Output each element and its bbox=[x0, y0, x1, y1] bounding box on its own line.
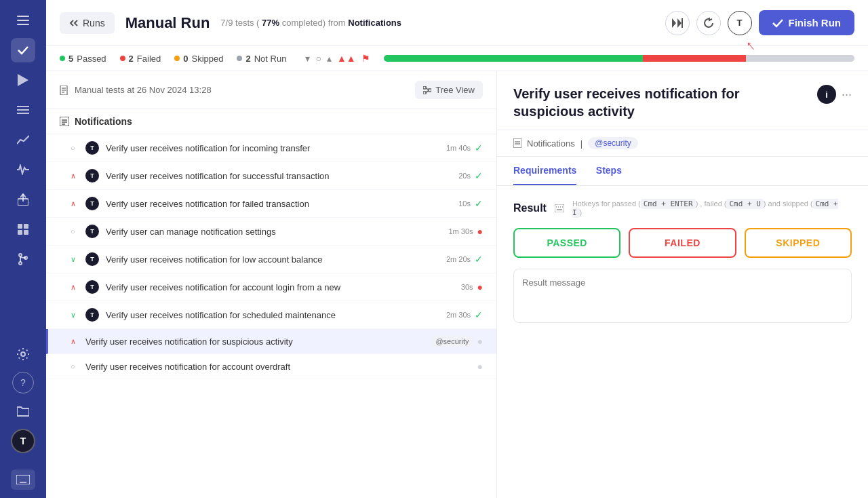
filter-double-up-icon[interactable]: ▲▲ bbox=[337, 53, 356, 64]
svg-marker-3 bbox=[18, 74, 28, 86]
runs-button[interactable]: Runs bbox=[60, 12, 115, 34]
svg-rect-39 bbox=[60, 117, 69, 126]
test-detail-title: Verify user receives notification for su… bbox=[513, 85, 798, 120]
group-label: Notifications bbox=[75, 116, 132, 127]
svg-rect-12 bbox=[24, 230, 28, 235]
test-item[interactable]: ∨ T Verify user receives notification fo… bbox=[46, 246, 496, 273]
test-item[interactable]: ∧ T Verify user receives notification fo… bbox=[46, 273, 496, 301]
session-label: Manual tests at 26 Nov 2024 13:28 bbox=[75, 85, 212, 95]
passed-button[interactable]: PASSED bbox=[513, 228, 620, 258]
tab-requirements[interactable]: Requirements bbox=[513, 157, 576, 185]
result-message-input[interactable] bbox=[513, 269, 852, 323]
failed-status: 2 Failed bbox=[120, 54, 161, 64]
status-passed-icon: ✓ bbox=[475, 198, 483, 209]
status-notrun-icon: ● bbox=[477, 361, 483, 372]
test-item[interactable]: ∧ T Verify user receives notification fo… bbox=[46, 162, 496, 190]
test-item[interactable]: ○ T Verify user can manage notification … bbox=[46, 218, 496, 246]
sidebar-check-icon[interactable] bbox=[11, 38, 35, 62]
status-filters: ▾ ○ ▴ ▲▲ ⚑ bbox=[305, 53, 370, 64]
expand-down-icon: ∨ bbox=[71, 311, 79, 320]
sidebar-menu-icon[interactable] bbox=[11, 8, 35, 33]
filter-circle-icon[interactable]: ○ bbox=[315, 53, 321, 64]
tab-steps[interactable]: Steps bbox=[596, 157, 622, 185]
document-icon bbox=[60, 85, 69, 95]
sidebar-branch-icon[interactable] bbox=[11, 247, 35, 271]
test-item-meta: ● bbox=[477, 361, 483, 372]
panel-header: Manual tests at 26 Nov 2024 13:28 Tree V… bbox=[46, 71, 496, 109]
svg-rect-36 bbox=[429, 89, 431, 92]
panel-header-left: Manual tests at 26 Nov 2024 13:28 bbox=[60, 85, 212, 95]
status-failed-icon: ● bbox=[477, 226, 483, 237]
progress-bar bbox=[384, 55, 854, 62]
info-button[interactable]: i bbox=[817, 85, 836, 104]
result-header: Result Hotkeys for passed (Cmd + ENTER) … bbox=[513, 199, 852, 217]
sidebar-folder-icon[interactable] bbox=[11, 399, 35, 423]
svg-rect-29 bbox=[682, 18, 683, 28]
sidebar: ? T bbox=[0, 0, 46, 498]
test-item-selected[interactable]: ∧ Verify user receives notification for … bbox=[46, 329, 496, 354]
user-button[interactable]: T bbox=[728, 11, 752, 35]
progress-remaining bbox=[746, 55, 854, 62]
fast-forward-button[interactable] bbox=[665, 11, 690, 35]
more-button[interactable]: ··· bbox=[842, 88, 852, 102]
doc-icon bbox=[513, 138, 521, 148]
svg-rect-2 bbox=[17, 24, 29, 25]
expand-down-icon: ∨ bbox=[71, 255, 79, 264]
sidebar-trend-icon[interactable] bbox=[11, 128, 35, 152]
test-item[interactable]: ∨ T Verify user receives notification fo… bbox=[46, 301, 496, 329]
tree-view-button[interactable]: Tree View bbox=[415, 81, 483, 99]
sidebar-keyboard-icon[interactable] bbox=[11, 470, 35, 490]
refresh-button[interactable] bbox=[696, 11, 721, 35]
test-item-meta: 10s ✓ bbox=[458, 198, 483, 209]
section-tabs: Requirements Steps bbox=[497, 157, 868, 186]
avatar-small: T bbox=[85, 225, 99, 238]
failed-dot bbox=[120, 56, 125, 61]
svg-rect-35 bbox=[423, 92, 426, 94]
svg-point-14 bbox=[19, 262, 22, 265]
result-section: Result Hotkeys for passed (Cmd + ENTER) … bbox=[497, 186, 868, 498]
svg-rect-18 bbox=[16, 475, 30, 484]
failed-button[interactable]: FAILED bbox=[629, 228, 736, 258]
sidebar-export-icon[interactable] bbox=[11, 187, 35, 212]
test-item-meta: 20s ✓ bbox=[458, 170, 483, 181]
avatar-small: T bbox=[85, 252, 99, 266]
status-passed-icon: ✓ bbox=[475, 170, 483, 181]
svg-marker-28 bbox=[677, 18, 682, 28]
skipped-button[interactable]: SKIPPED bbox=[745, 228, 852, 258]
notrun-status: 2 Not Run bbox=[237, 54, 286, 64]
security-tag-badge[interactable]: @security bbox=[588, 137, 638, 149]
filter-down-icon[interactable]: ▾ bbox=[305, 53, 310, 64]
finish-run-label: Finish Run bbox=[789, 17, 842, 28]
avatar-small: T bbox=[85, 141, 99, 155]
left-panel: Manual tests at 26 Nov 2024 13:28 Tree V… bbox=[46, 71, 497, 498]
test-item-meta: 2m 30s ✓ bbox=[446, 309, 483, 320]
sidebar-activity-icon[interactable] bbox=[11, 157, 35, 182]
avatar-small: T bbox=[85, 169, 99, 183]
expand-circle-icon: ○ bbox=[71, 362, 79, 370]
sidebar-avatar[interactable]: T bbox=[11, 429, 35, 453]
svg-point-13 bbox=[19, 254, 22, 256]
test-item[interactable]: ○ T Verify user receives notification fo… bbox=[46, 134, 496, 162]
sidebar-settings-icon[interactable] bbox=[11, 342, 35, 366]
test-item[interactable]: ∧ T Verify user receives notification fo… bbox=[46, 190, 496, 218]
right-header-actions: i ··· bbox=[817, 85, 852, 104]
topbar-actions: T Finish Run bbox=[665, 10, 855, 35]
page-subtitle: 7/9 tests ( 77% completed) from Notifica… bbox=[220, 18, 401, 28]
status-bar: 5 Passed 2 Failed 0 Skipped 2 Not Run ▾ … bbox=[46, 46, 868, 71]
filter-flag-icon[interactable]: ⚑ bbox=[361, 53, 370, 64]
svg-rect-46 bbox=[555, 204, 564, 212]
sidebar-list-icon[interactable] bbox=[11, 98, 35, 122]
status-passed-icon: ✓ bbox=[475, 142, 483, 153]
test-item[interactable]: ○ Verify user receives notification for … bbox=[46, 354, 496, 379]
avatar-small: T bbox=[85, 308, 99, 322]
page-title: Manual Run bbox=[125, 14, 210, 32]
finish-run-button[interactable]: Finish Run bbox=[759, 10, 855, 35]
sidebar-help-icon[interactable]: ? bbox=[12, 372, 34, 394]
test-list: Notifications ○ T Verify user receives n… bbox=[46, 109, 496, 498]
sidebar-grid-icon[interactable] bbox=[11, 217, 35, 242]
test-item-meta: 2m 20s ✓ bbox=[446, 254, 483, 265]
filter-up-icon[interactable]: ▴ bbox=[327, 53, 332, 64]
expand-circle-icon: ○ bbox=[71, 144, 79, 152]
svg-marker-27 bbox=[672, 18, 676, 28]
sidebar-play-icon[interactable] bbox=[11, 68, 35, 92]
